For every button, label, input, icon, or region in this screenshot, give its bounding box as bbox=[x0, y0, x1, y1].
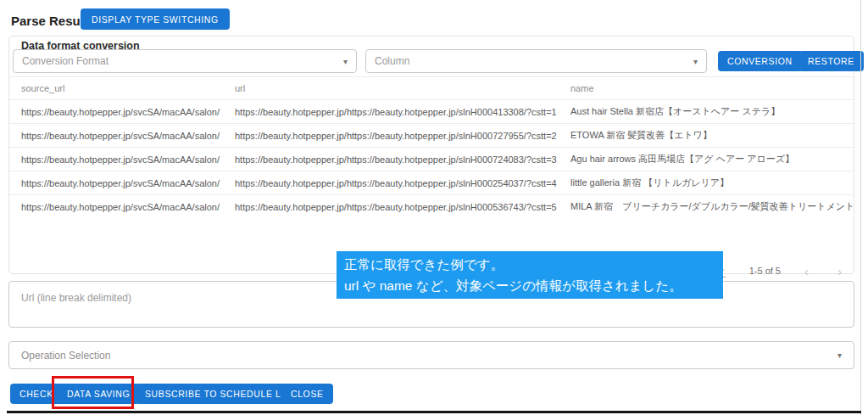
cell-source-url: https://beauty.hotpepper.jp/svcSA/macAA/… bbox=[9, 100, 223, 124]
chevron-down-icon: ▾ bbox=[693, 57, 698, 66]
annotation-line1: 正常に取得できた例です。 bbox=[344, 254, 715, 275]
column-placeholder: Column bbox=[375, 55, 687, 67]
cell-url: https://beauty.hotpepper.jp/https://beau… bbox=[223, 171, 559, 195]
chevron-down-icon: ▾ bbox=[837, 351, 842, 360]
cell-source-url: https://beauty.hotpepper.jp/svcSA/macAA/… bbox=[9, 148, 223, 171]
data-saving-button[interactable]: DATA SAVING bbox=[58, 384, 139, 404]
chevron-down-icon: ▾ bbox=[343, 57, 348, 66]
table-row[interactable]: https://beauty.hotpepper.jp/svcSA/macAA/… bbox=[9, 100, 854, 124]
cell-url: https://beauty.hotpepper.jp/https://beau… bbox=[223, 148, 559, 171]
close-button[interactable]: CLOSE bbox=[281, 384, 333, 404]
operation-selection-select[interactable]: Operation Selection ▾ bbox=[8, 341, 854, 369]
table-row[interactable]: https://beauty.hotpepper.jp/svcSA/macAA/… bbox=[9, 195, 854, 219]
next-page-icon[interactable]: › bbox=[837, 265, 842, 278]
cell-url: https://beauty.hotpepper.jp/https://beau… bbox=[223, 100, 559, 124]
url-textarea-placeholder: Url (line break delimited) bbox=[21, 292, 131, 304]
data-format-conversion-panel: Data format conversion Conversion Format… bbox=[8, 36, 854, 274]
annotation-callout: 正常に取得できた例です。 url や name など、対象ページの情報が取得され… bbox=[337, 251, 723, 299]
parse-result-table: source_url url name https://beauty.hotpe… bbox=[9, 76, 854, 219]
cell-url: https://beauty.hotpepper.jp/https://beau… bbox=[223, 195, 559, 219]
table-row[interactable]: https://beauty.hotpepper.jp/svcSA/macAA/… bbox=[9, 148, 854, 171]
column-header-source-url: source_url bbox=[9, 77, 223, 100]
cell-name: little galleria 新宿 【リトルガレリア】 bbox=[559, 171, 854, 195]
operation-selection-placeholder: Operation Selection bbox=[21, 350, 837, 362]
column-header-url: url bbox=[223, 77, 559, 100]
annotation-line2: url や name など、対象ページの情報が取得されました。 bbox=[344, 275, 715, 296]
check-button[interactable]: CHECK bbox=[10, 384, 63, 404]
subscribe-to-schedule-list-button[interactable]: SUBSCRIBE TO SCHEDULE LIST bbox=[136, 384, 306, 404]
cell-name: ETOWA 新宿 髪質改善【エトワ】 bbox=[559, 124, 854, 148]
conversion-format-placeholder: Conversion Format bbox=[22, 55, 337, 67]
dialog-bottom-edge bbox=[7, 411, 861, 413]
conversion-button[interactable]: CONVERSION bbox=[718, 51, 802, 71]
cell-name: Aust hair Stella 新宿店【オーストヘアー ステラ】 bbox=[559, 100, 854, 124]
display-type-switching-button[interactable]: DISPLAY TYPE SWITCHING bbox=[81, 8, 230, 30]
cell-name: MILA 新宿 ブリーチカラー/ダブルカラー/髪質改善トリートメント【ミラ】 bbox=[559, 195, 854, 219]
table-row[interactable]: https://beauty.hotpepper.jp/svcSA/macAA/… bbox=[9, 171, 854, 195]
conversion-format-select[interactable]: Conversion Format ▾ bbox=[13, 49, 357, 73]
cell-source-url: https://beauty.hotpepper.jp/svcSA/macAA/… bbox=[9, 195, 223, 219]
cell-url: https://beauty.hotpepper.jp/https://beau… bbox=[223, 124, 559, 148]
column-header-name: name bbox=[559, 77, 854, 100]
restore-button[interactable]: RESTORE bbox=[798, 51, 864, 71]
table-row[interactable]: https://beauty.hotpepper.jp/svcSA/macAA/… bbox=[9, 124, 854, 148]
column-select[interactable]: Column ▾ bbox=[365, 49, 707, 73]
cell-source-url: https://beauty.hotpepper.jp/svcSA/macAA/… bbox=[9, 124, 223, 148]
pagination-range-label: 1-5 of 5 bbox=[749, 266, 781, 276]
page-title: Parse Result bbox=[11, 14, 88, 28]
previous-page-icon[interactable]: ‹ bbox=[804, 265, 809, 278]
dialog-right-border bbox=[860, 0, 861, 415]
cell-source-url: https://beauty.hotpepper.jp/svcSA/macAA/… bbox=[9, 171, 223, 195]
cell-name: Agu hair arrows 高田馬場店【アグ ヘアー アローズ】 bbox=[559, 148, 854, 171]
table-header-row: source_url url name bbox=[9, 77, 854, 100]
